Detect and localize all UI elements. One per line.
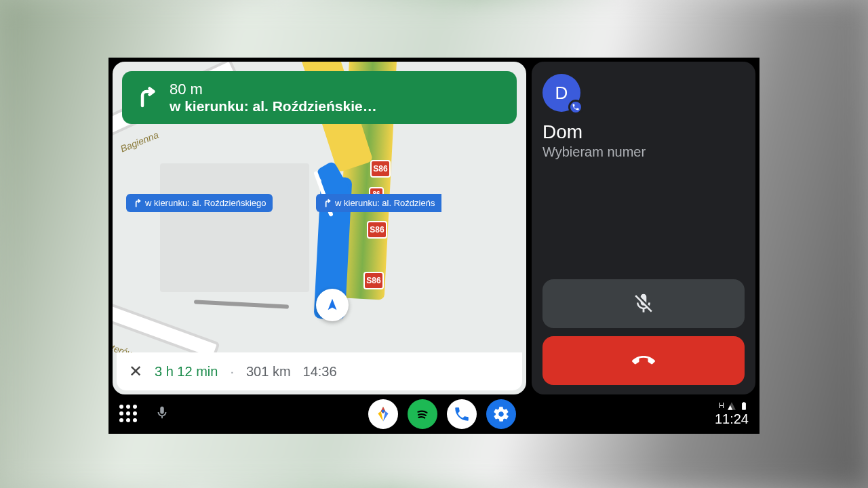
nav-destination: w kierunku: al. Roździeńskie… <box>170 98 377 115</box>
status-icons: H <box>719 401 749 411</box>
close-icon[interactable]: ✕ <box>129 362 142 381</box>
navbar-left <box>119 405 170 424</box>
battery-icon <box>739 401 749 411</box>
google-maps-app-button[interactable] <box>368 399 398 429</box>
android-auto-screen: Bagienna aterów M S86 86 S86 S86 80 m w … <box>108 58 760 434</box>
maps-card[interactable]: Bagienna aterów M S86 86 S86 S86 80 m w … <box>113 62 526 394</box>
network-type: H <box>719 401 724 410</box>
nav-banner-text: 80 m w kierunku: al. Roździeńskie… <box>170 81 377 115</box>
settings-app-button[interactable] <box>486 399 516 429</box>
separator: · <box>230 364 234 380</box>
call-contact-name: Dom <box>542 121 745 143</box>
navigation-arrow-icon <box>325 298 340 312</box>
mic-off-icon <box>632 292 655 315</box>
phone-badge-icon <box>568 100 583 115</box>
svg-point-0 <box>382 410 384 413</box>
eta-bar[interactable]: ✕ 3 h 12 min · 301 km 14:36 <box>117 352 522 390</box>
status-clock: 11:24 <box>715 411 749 427</box>
eta-duration: 3 h 12 min <box>155 364 218 380</box>
lane-hint: w kierunku: al. Roździeńs <box>316 194 441 212</box>
road-shield: S86 <box>370 160 391 178</box>
lane-hint: w kierunku: al. Roździeńskiego <box>126 194 273 212</box>
gear-icon <box>492 405 510 423</box>
street-label: Bagienna <box>119 129 160 154</box>
map-decor <box>194 300 289 308</box>
eta-arrival: 14:36 <box>303 364 337 380</box>
navbar-status: H 11:24 <box>715 401 749 427</box>
current-position-marker <box>316 289 349 321</box>
mute-button[interactable] <box>542 279 745 328</box>
spotify-app-button[interactable] <box>408 399 437 429</box>
phone-app-button[interactable] <box>447 399 477 429</box>
end-call-button[interactable] <box>542 336 745 385</box>
turn-right-icon <box>133 199 142 208</box>
turn-right-icon <box>134 85 159 110</box>
road-shield: S86 <box>367 221 387 239</box>
navbar-apps <box>170 399 715 429</box>
system-navbar: H 11:24 <box>108 394 760 434</box>
road-shield: S86 <box>363 272 384 289</box>
maps-pin-icon <box>374 405 392 423</box>
call-status: Wybieram numer <box>542 144 745 160</box>
app-launcher-button[interactable] <box>119 405 138 424</box>
content-row: Bagienna aterów M S86 86 S86 S86 80 m w … <box>108 58 760 394</box>
map-building <box>160 163 309 292</box>
spotify-icon <box>414 405 431 423</box>
phone-icon <box>453 405 471 423</box>
contact-avatar: D <box>542 74 580 112</box>
eta-distance: 301 km <box>246 364 291 380</box>
call-buttons <box>542 279 745 385</box>
lane-hint-label: w kierunku: al. Roździeńskiego <box>145 198 266 208</box>
avatar-letter: D <box>555 83 568 104</box>
navigation-banner[interactable]: 80 m w kierunku: al. Roździeńskie… <box>122 71 517 124</box>
mic-icon <box>155 405 170 420</box>
call-card: D Dom Wybieram numer <box>532 62 755 394</box>
voice-assistant-button[interactable] <box>155 405 170 423</box>
turn-right-icon <box>323 199 332 208</box>
hangup-icon <box>632 349 655 372</box>
nav-distance: 80 m <box>170 81 377 98</box>
lane-hint-label: w kierunku: al. Roździeńs <box>335 198 435 208</box>
signal-icon <box>727 401 736 411</box>
